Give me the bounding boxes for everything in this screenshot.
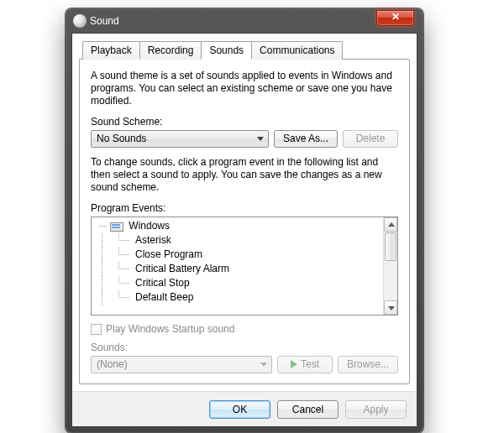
cancel-button[interactable]: Cancel bbox=[277, 400, 339, 419]
intro-text: A sound theme is a set of sounds applied… bbox=[91, 70, 398, 107]
save-as-button[interactable]: Save As... bbox=[274, 130, 338, 148]
event-label: Default Beep bbox=[135, 291, 193, 303]
sound-dialog: Sound ✕ PlaybackRecordingSoundsCommunica… bbox=[66, 8, 423, 433]
tab-playback[interactable]: Playback bbox=[82, 41, 140, 60]
tree-line bbox=[99, 226, 107, 227]
checkbox-icon bbox=[91, 324, 102, 335]
titlebar[interactable]: Sound ✕ bbox=[71, 14, 417, 29]
ok-button[interactable]: OK bbox=[209, 400, 270, 419]
event-item[interactable]: Close Program bbox=[95, 248, 383, 262]
footer: OK Cancel Apply bbox=[72, 391, 417, 426]
chevron-down-icon bbox=[257, 137, 264, 141]
sound-scheme-combo[interactable]: No Sounds bbox=[91, 130, 269, 148]
scheme-label: Sound Scheme: bbox=[91, 116, 398, 128]
tree-root-windows[interactable]: Windows bbox=[95, 219, 383, 233]
event-item[interactable]: Asterisk bbox=[95, 233, 383, 248]
scroll-up-button[interactable] bbox=[384, 217, 397, 232]
browse-button: Browse... bbox=[338, 356, 398, 373]
chevron-up-icon bbox=[388, 222, 395, 227]
event-item[interactable]: Critical Stop bbox=[95, 276, 383, 290]
scroll-thumb[interactable] bbox=[385, 232, 396, 261]
client-area: PlaybackRecordingSoundsCommunications A … bbox=[71, 33, 417, 427]
chevron-down-icon bbox=[388, 306, 395, 310]
tab-recording[interactable]: Recording bbox=[139, 41, 202, 60]
event-label: Asterisk bbox=[135, 234, 171, 246]
program-events-list[interactable]: Windows Asterisk Close Program Critical … bbox=[91, 216, 398, 316]
startup-sound-label: Play Windows Startup sound bbox=[106, 323, 234, 335]
sound-scheme-value: No Sounds bbox=[97, 133, 146, 144]
event-item[interactable]: Default Beep bbox=[95, 290, 383, 305]
tab-communications[interactable]: Communications bbox=[251, 41, 343, 60]
apply-button: Apply bbox=[345, 400, 407, 419]
sounds-combo: (None) bbox=[91, 356, 272, 373]
event-label: Critical Battery Alarm bbox=[135, 263, 229, 274]
event-item[interactable]: Critical Battery Alarm bbox=[95, 262, 383, 276]
tab-sounds[interactable]: Sounds bbox=[201, 41, 252, 60]
window-title: Sound bbox=[90, 15, 119, 27]
chevron-down-icon bbox=[260, 363, 267, 367]
test-label: Test bbox=[301, 358, 319, 370]
startup-sound-checkbox: Play Windows Startup sound bbox=[91, 323, 398, 335]
events-label: Program Events: bbox=[91, 202, 398, 214]
scroll-down-button[interactable] bbox=[384, 300, 397, 315]
tab-body: A sound theme is a set of sounds applied… bbox=[79, 59, 410, 384]
delete-button: Delete bbox=[343, 130, 398, 148]
list-inner: Windows Asterisk Close Program Critical … bbox=[92, 217, 383, 315]
tree-root-label: Windows bbox=[129, 220, 170, 232]
scrollbar[interactable] bbox=[383, 217, 397, 315]
sounds-label: Sounds: bbox=[91, 342, 398, 353]
sound-icon bbox=[73, 14, 87, 28]
close-button[interactable]: ✕ bbox=[376, 10, 414, 26]
play-icon bbox=[291, 360, 297, 368]
test-button: Test bbox=[277, 356, 333, 373]
close-icon: ✕ bbox=[391, 11, 400, 23]
events-intro: To change sounds, click a program event … bbox=[91, 156, 398, 194]
sounds-value: (None) bbox=[97, 358, 128, 370]
windows-icon bbox=[110, 221, 123, 231]
event-label: Close Program bbox=[135, 248, 202, 260]
event-label: Critical Stop bbox=[135, 277, 190, 289]
tabstrip: PlaybackRecordingSoundsCommunications bbox=[82, 40, 410, 59]
